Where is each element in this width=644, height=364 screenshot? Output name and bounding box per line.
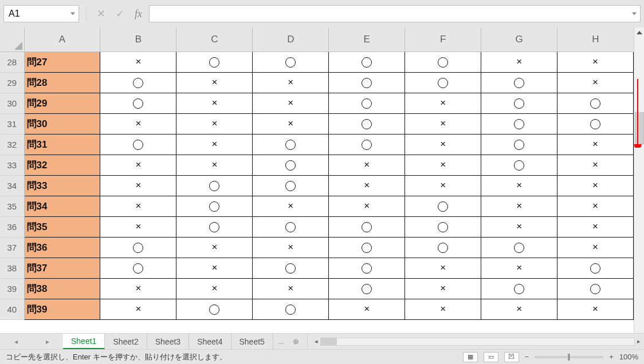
sheet-tab[interactable]: Sheet1 xyxy=(63,334,105,349)
data-cell[interactable] xyxy=(100,72,176,93)
data-cell[interactable] xyxy=(405,216,481,237)
data-cell[interactable] xyxy=(557,258,634,278)
column-header[interactable]: F xyxy=(405,27,481,52)
column-header[interactable]: D xyxy=(253,27,329,52)
question-label-cell[interactable]: 問37 xyxy=(24,258,100,278)
data-cell[interactable] xyxy=(253,134,329,155)
data-cell[interactable] xyxy=(481,237,557,258)
vertical-scrollbar[interactable] xyxy=(634,27,644,333)
data-cell[interactable]: × xyxy=(405,134,481,155)
data-cell[interactable]: × xyxy=(557,237,634,258)
column-header[interactable]: A xyxy=(24,27,100,52)
data-cell[interactable]: × xyxy=(405,93,481,113)
data-cell[interactable]: × xyxy=(557,216,634,237)
row-header[interactable]: 28 xyxy=(0,52,24,72)
data-cell[interactable] xyxy=(481,134,557,155)
row-header[interactable]: 38 xyxy=(0,258,24,278)
zoom-level[interactable]: 100% xyxy=(619,353,638,361)
confirm-icon[interactable]: ✓ xyxy=(116,7,124,20)
data-cell[interactable]: × xyxy=(557,52,634,72)
data-cell[interactable]: × xyxy=(100,113,176,134)
column-header[interactable]: E xyxy=(329,27,405,52)
data-cell[interactable]: × xyxy=(100,216,176,237)
data-cell[interactable]: × xyxy=(481,216,557,237)
data-cell[interactable]: × xyxy=(557,196,634,216)
question-label-cell[interactable]: 問32 xyxy=(24,155,100,175)
data-cell[interactable]: × xyxy=(481,258,557,278)
data-cell[interactable]: × xyxy=(481,299,557,319)
question-label-cell[interactable]: 問38 xyxy=(24,278,100,299)
data-cell[interactable]: × xyxy=(329,299,405,319)
data-cell[interactable]: × xyxy=(176,258,253,278)
data-cell[interactable] xyxy=(557,113,634,134)
tab-nav-prev-icon[interactable]: ▸ xyxy=(46,338,49,346)
sheet-tab[interactable]: Sheet2 xyxy=(105,334,147,349)
data-cell[interactable]: × xyxy=(176,237,253,258)
row-header[interactable]: 35 xyxy=(0,196,24,216)
column-header[interactable]: H xyxy=(557,27,634,52)
data-cell[interactable]: × xyxy=(405,278,481,299)
scroll-thumb[interactable] xyxy=(635,112,644,144)
data-cell[interactable]: × xyxy=(481,175,557,196)
row-header[interactable]: 36 xyxy=(0,216,24,237)
data-cell[interactable] xyxy=(176,52,253,72)
data-cell[interactable] xyxy=(176,175,253,196)
row-header[interactable]: 40 xyxy=(0,299,24,319)
data-cell[interactable]: × xyxy=(100,175,176,196)
data-cell[interactable] xyxy=(329,237,405,258)
scroll-up-icon[interactable] xyxy=(634,27,645,38)
formula-input[interactable] xyxy=(150,6,640,22)
data-cell[interactable]: × xyxy=(176,72,253,93)
data-cell[interactable] xyxy=(329,258,405,278)
data-cell[interactable] xyxy=(329,134,405,155)
chevron-down-icon[interactable] xyxy=(632,13,637,15)
sheet-tab[interactable]: Sheet4 xyxy=(189,334,231,349)
data-cell[interactable] xyxy=(405,237,481,258)
sheet-tab[interactable]: Sheet5 xyxy=(231,334,273,349)
question-label-cell[interactable]: 問28 xyxy=(24,72,100,93)
question-label-cell[interactable]: 問33 xyxy=(24,175,100,196)
data-cell[interactable] xyxy=(481,72,557,93)
data-cell[interactable]: × xyxy=(481,196,557,216)
data-cell[interactable]: × xyxy=(329,175,405,196)
data-cell[interactable] xyxy=(405,196,481,216)
data-cell[interactable] xyxy=(329,278,405,299)
data-cell[interactable] xyxy=(481,278,557,299)
add-sheet-button[interactable]: ⊕ xyxy=(289,334,304,349)
question-label-cell[interactable]: 問27 xyxy=(24,52,100,72)
data-cell[interactable] xyxy=(481,93,557,113)
row-header[interactable]: 29 xyxy=(0,72,24,93)
data-cell[interactable]: × xyxy=(100,278,176,299)
data-cell[interactable] xyxy=(100,134,176,155)
question-label-cell[interactable]: 問35 xyxy=(24,216,100,237)
view-page-break-icon[interactable]: 凹 xyxy=(504,352,519,362)
sheet-tab[interactable]: Sheet3 xyxy=(147,334,189,349)
data-cell[interactable]: × xyxy=(253,93,329,113)
name-box-input[interactable] xyxy=(7,8,59,19)
row-header[interactable]: 32 xyxy=(0,134,24,155)
question-label-cell[interactable]: 問31 xyxy=(24,134,100,155)
data-cell[interactable] xyxy=(557,93,634,113)
data-cell[interactable]: × xyxy=(405,258,481,278)
data-cell[interactable] xyxy=(329,113,405,134)
formula-input-wrap[interactable] xyxy=(149,5,641,22)
data-cell[interactable]: × xyxy=(176,113,253,134)
scroll-left-icon[interactable]: ◂ xyxy=(315,338,318,345)
data-cell[interactable] xyxy=(253,299,329,319)
data-cell[interactable]: × xyxy=(100,299,176,319)
data-cell[interactable] xyxy=(557,278,634,299)
data-cell[interactable] xyxy=(329,52,405,72)
grid[interactable]: ABCDEFGH 28問27×××29問28×××30問29×××31問30××… xyxy=(0,27,634,333)
data-cell[interactable] xyxy=(253,52,329,72)
question-label-cell[interactable]: 問36 xyxy=(24,237,100,258)
data-cell[interactable]: × xyxy=(481,52,557,72)
data-cell[interactable]: × xyxy=(557,175,634,196)
data-cell[interactable]: × xyxy=(557,155,634,175)
row-header[interactable]: 34 xyxy=(0,175,24,196)
hscroll-track[interactable] xyxy=(320,338,635,346)
data-cell[interactable]: × xyxy=(253,113,329,134)
data-cell[interactable]: × xyxy=(253,72,329,93)
data-cell[interactable]: × xyxy=(405,113,481,134)
row-header[interactable]: 31 xyxy=(0,113,24,134)
data-cell[interactable] xyxy=(329,216,405,237)
